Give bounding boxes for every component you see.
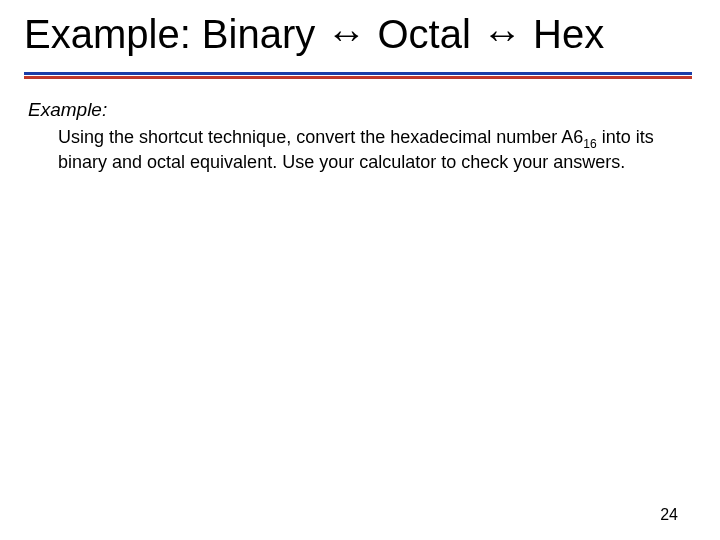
prompt-subscript: 16 xyxy=(583,136,596,150)
prompt-pre: Using the shortcut technique, convert th… xyxy=(58,127,583,147)
example-prompt: Using the shortcut technique, convert th… xyxy=(58,126,692,174)
example-label: Example: xyxy=(28,98,692,122)
title-underline xyxy=(24,72,692,79)
page-number: 24 xyxy=(660,506,678,524)
body-text: Example: Using the shortcut technique, c… xyxy=(28,98,692,174)
slide: Example: Binary ↔ Octal ↔ Hex Example: U… xyxy=(0,0,720,540)
rule-blue xyxy=(24,72,692,75)
rule-red xyxy=(24,76,692,79)
slide-title: Example: Binary ↔ Octal ↔ Hex xyxy=(24,12,696,57)
